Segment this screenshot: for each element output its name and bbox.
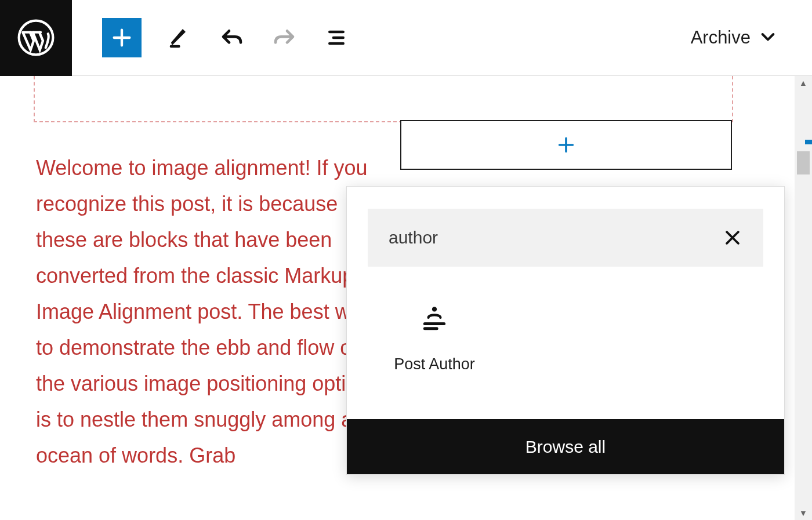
scroll-marker [805, 140, 812, 144]
browse-all-label: Browse all [525, 437, 606, 457]
list-view-icon [325, 26, 348, 49]
block-result-label: Post Author [394, 355, 475, 373]
redo-icon [273, 26, 296, 49]
scroll-up-arrow[interactable]: ▲ [795, 76, 812, 90]
close-icon [723, 228, 742, 248]
list-view-button[interactable] [322, 24, 350, 52]
plus-icon [556, 135, 576, 155]
plus-icon [110, 26, 133, 49]
inserter-search-row [368, 209, 763, 267]
browse-all-button[interactable]: Browse all [347, 419, 784, 474]
editor-toolbar: Archive [0, 0, 812, 76]
vertical-scrollbar[interactable]: ▲ ▼ [795, 76, 812, 520]
post-author-icon [420, 303, 449, 332]
block-result-post-author[interactable]: Post Author [368, 283, 501, 393]
empty-block-appender[interactable] [400, 120, 732, 170]
edit-mode-button[interactable] [166, 24, 194, 52]
scroll-down-arrow[interactable]: ▼ [795, 506, 812, 520]
pencil-icon [168, 26, 191, 49]
paragraph-block[interactable]: Welcome to image alignment! If you recog… [36, 150, 390, 474]
redo-button[interactable] [270, 24, 298, 52]
toolbar-left-group [102, 18, 350, 57]
undo-button[interactable] [218, 24, 246, 52]
scroll-thumb[interactable] [797, 151, 810, 174]
inserter-search-input[interactable] [389, 228, 672, 248]
undo-icon [220, 26, 244, 49]
editor-canvas: Welcome to image alignment! If you recog… [0, 76, 812, 520]
clear-search-button[interactable] [723, 228, 742, 248]
add-block-button[interactable] [102, 18, 142, 57]
svg-point-1 [432, 307, 437, 311]
wordpress-logo-icon [17, 19, 55, 56]
document-label: Archive [691, 27, 751, 48]
toolbar-document-switcher[interactable]: Archive [691, 27, 777, 48]
group-outline-diag [609, 76, 733, 122]
wordpress-logo-button[interactable] [0, 0, 72, 76]
chevron-down-icon [759, 27, 777, 48]
block-inserter-popup: Post Author Browse all [346, 186, 785, 475]
